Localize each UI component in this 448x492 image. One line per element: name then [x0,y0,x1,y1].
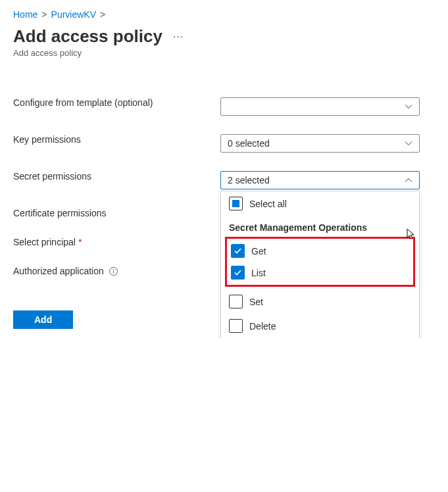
add-button[interactable]: Add [13,310,73,329]
breadcrumb-separator: > [41,9,47,20]
label-key-permissions: Key permissions [13,134,220,145]
option-label: Get [251,246,266,257]
option-set[interactable]: Set [221,289,419,314]
dropdown-secret-permissions: Select all Secret Management Operations … [220,191,420,338]
select-value: 2 selected [228,175,270,185]
label-cert-permissions: Certificate permissions [13,208,220,218]
breadcrumb: Home > PurviewKV > [13,9,435,20]
svg-point-1 [113,269,114,270]
option-select-all[interactable]: Select all [221,191,419,216]
chevron-down-icon [405,103,412,111]
breadcrumb-purviewkv[interactable]: PurviewKV [51,9,96,20]
page-subtitle: Add access policy [13,48,435,58]
checkbox-indeterminate-icon [229,197,243,210]
select-secret-permissions[interactable]: 2 selected [220,171,420,189]
breadcrumb-home[interactable]: Home [13,9,37,20]
label-text: Select principal [13,237,76,247]
option-get[interactable]: Get [227,240,413,262]
label-secret-permissions: Secret permissions [13,171,220,182]
highlight-box: Get List [225,237,415,287]
label-configure-template: Configure from template (optional) [13,97,220,108]
more-actions-button[interactable]: ··· [170,31,186,43]
breadcrumb-separator: > [100,9,105,20]
svg-rect-2 [113,270,114,273]
page-title: Add access policy [13,26,162,47]
chevron-up-icon [405,176,412,184]
label-select-principal: Select principal * [13,237,220,247]
required-star-icon: * [78,237,82,247]
option-label: Delete [249,321,276,332]
select-configure-template[interactable] [220,97,420,116]
label-authorized-app: Authorized application [13,266,220,276]
option-label: List [251,268,266,278]
select-value: 0 selected [228,138,270,149]
cursor-icon [407,228,416,242]
option-delete[interactable]: Delete [221,314,419,338]
select-key-permissions[interactable]: 0 selected [220,134,420,153]
group-header-secret-management: Secret Management Operations [221,216,419,237]
option-label: Set [249,297,263,307]
checkbox-empty-icon [229,319,243,333]
chevron-down-icon [405,139,412,147]
checkbox-checked-icon [231,266,245,280]
checkbox-empty-icon [229,295,243,308]
option-label: Select all [249,199,287,209]
label-text: Authorized application [13,266,104,276]
info-icon[interactable] [109,266,118,276]
checkbox-checked-icon [231,244,245,258]
option-list[interactable]: List [227,262,413,283]
